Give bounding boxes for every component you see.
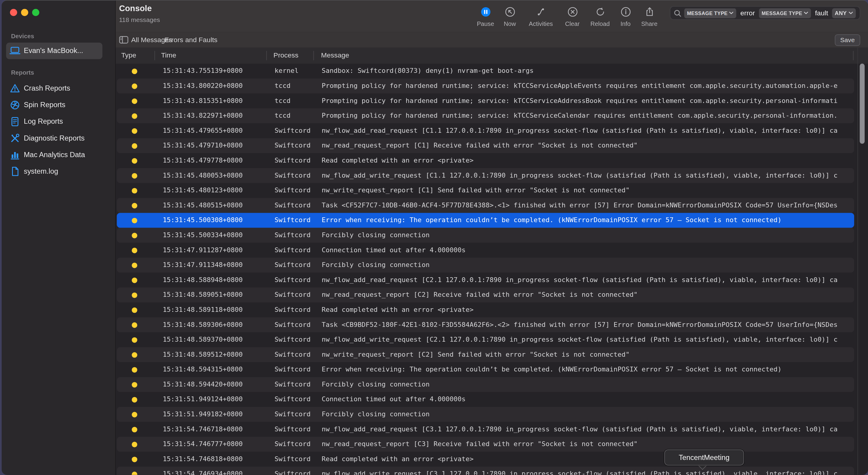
- close-window-button[interactable]: [10, 9, 17, 16]
- column-divider[interactable]: [154, 51, 155, 60]
- column-divider[interactable]: [313, 51, 314, 60]
- share-button[interactable]: Share: [635, 5, 664, 31]
- row-time: 15:31:54.746818+0800: [163, 452, 271, 467]
- row-process: tccd: [275, 93, 311, 108]
- table-row[interactable]: 15:31:45.480053+0800 Swiftcord nw_flow_a…: [117, 168, 855, 183]
- sidebar-item-crash-reports[interactable]: Crash Reports: [6, 80, 102, 97]
- minimize-window-button[interactable]: [21, 9, 28, 16]
- row-process: Swiftcord: [275, 347, 311, 362]
- column-header-type[interactable]: Type: [121, 47, 136, 64]
- sidebar-item-log-reports[interactable]: Log Reports: [6, 113, 102, 130]
- row-time: 15:31:45.500334+0800: [163, 228, 271, 243]
- row-message: Error when receiving: The operation coul…: [321, 362, 852, 377]
- message-type-dot-icon: [132, 471, 137, 475]
- table-row[interactable]: 15:31:54.746934+0800 Swiftcord nw_flow_a…: [117, 467, 855, 475]
- table-row[interactable]: 15:31:45.479655+0800 Swiftcord nw_flow_a…: [117, 124, 855, 138]
- table-row[interactable]: 15:31:51.949182+0800 Swiftcord Forcibly …: [117, 407, 855, 422]
- sidebar-toggle-icon[interactable]: [119, 36, 128, 44]
- table-row[interactable]: 15:31:48.594315+0800 Swiftcord Error whe…: [117, 362, 855, 377]
- table-row[interactable]: 15:31:45.500308+0800 Swiftcord Error whe…: [117, 213, 855, 228]
- filter-errors-and-faults[interactable]: Errors and Faults: [164, 32, 218, 47]
- search-token-error[interactable]: error: [740, 9, 755, 17]
- column-header-time[interactable]: Time: [161, 47, 176, 64]
- row-process: Swiftcord: [275, 452, 311, 467]
- table-row[interactable]: 15:31:45.480515+0800 Swiftcord Task <CF5…: [117, 198, 855, 213]
- row-process: Swiftcord: [275, 168, 311, 183]
- sidebar-item-label: system.log: [24, 163, 58, 180]
- message-type-dot-icon: [132, 158, 137, 163]
- table-row[interactable]: 15:31:48.589512+0800 Swiftcord nw_write_…: [117, 347, 855, 362]
- table-row[interactable]: 15:31:45.500334+0800 Swiftcord Forcibly …: [117, 228, 855, 243]
- table-row[interactable]: 15:31:43.822971+0800 tccd Prompting poli…: [117, 108, 855, 124]
- row-message: nw_flow_add_read_request [C1.1 127.0.0.1…: [321, 124, 852, 138]
- reload-button[interactable]: Reload: [586, 5, 615, 31]
- save-button[interactable]: Save: [835, 34, 860, 46]
- row-time: 15:31:48.589051+0800: [163, 287, 271, 303]
- search-token-any[interactable]: ANY: [832, 8, 855, 18]
- table-row[interactable]: 15:31:45.479710+0800 Swiftcord nw_read_r…: [117, 138, 855, 153]
- table-row[interactable]: 15:31:48.589306+0800 Swiftcord Task <CB9…: [117, 317, 855, 332]
- sidebar-item-mac-analytics-data[interactable]: Mac Analytics Data: [6, 146, 102, 163]
- search-field[interactable]: MESSAGE TYPE error MESSAGE TYPE fault AN…: [670, 6, 860, 20]
- sidebar-item-system-log[interactable]: system.log: [6, 163, 102, 180]
- row-process: Swiftcord: [275, 377, 311, 392]
- row-message: Forcibly closing connection: [321, 258, 852, 273]
- sidebar-item-diagnostic-reports[interactable]: Diagnostic Reports: [6, 130, 102, 146]
- sidebar-item-device[interactable]: Evan's MacBook...: [6, 42, 102, 59]
- column-divider[interactable]: [853, 51, 854, 60]
- search-token-message-type-1[interactable]: MESSAGE TYPE: [684, 8, 736, 18]
- row-message: nw_read_request_report [C1] Receive fail…: [321, 138, 852, 153]
- row-message: nw_read_request_report [C3] Receive fail…: [321, 437, 852, 452]
- row-message: Sandbox: Swiftcord(80373) deny(1) nvram-…: [321, 64, 852, 78]
- row-process: Swiftcord: [275, 362, 311, 377]
- column-divider[interactable]: [266, 51, 267, 60]
- message-type-dot-icon: [132, 217, 137, 223]
- table-row[interactable]: 15:31:43.800220+0800 tccd Prompting poli…: [117, 78, 855, 94]
- titlebar: Console 118 messages Pause Now: [116, 1, 868, 33]
- message-type-dot-icon: [132, 113, 137, 118]
- message-type-dot-icon: [132, 337, 137, 342]
- row-time: 15:31:47.911287+0800: [163, 243, 271, 258]
- row-time: 15:31:43.815351+0800: [163, 93, 271, 108]
- table-row[interactable]: 15:31:54.746718+0800 Swiftcord nw_flow_a…: [117, 422, 855, 437]
- table-row[interactable]: 15:31:48.594420+0800 Swiftcord Forcibly …: [117, 377, 855, 392]
- table-row[interactable]: 15:31:48.588948+0800 Swiftcord nw_flow_a…: [117, 273, 855, 288]
- zoom-window-button[interactable]: [32, 9, 39, 16]
- table-row[interactable]: 15:31:43.815351+0800 tccd Prompting poli…: [117, 93, 855, 108]
- row-process: tccd: [275, 108, 311, 124]
- row-time: 15:31:43.800220+0800: [163, 78, 271, 94]
- clear-button[interactable]: Clear: [558, 5, 587, 31]
- table-row[interactable]: 15:31:48.589370+0800 Swiftcord nw_flow_a…: [117, 332, 855, 347]
- table-row[interactable]: 15:31:45.479778+0800 Swiftcord Read comp…: [117, 153, 855, 168]
- table-row[interactable]: 15:31:47.911348+0800 Swiftcord Forcibly …: [117, 258, 855, 273]
- row-message: nw_write_request_report [C2] Send failed…: [321, 347, 852, 362]
- sidebar-item-spin-reports[interactable]: Spin Reports: [6, 97, 102, 113]
- table-row[interactable]: 15:31:51.949124+0800 Swiftcord Connectio…: [117, 392, 855, 407]
- table-row[interactable]: 15:31:48.589118+0800 Swiftcord Read comp…: [117, 303, 855, 317]
- row-message: Task <CF52F7C7-10DB-46B0-ACF4-5F77D78E43…: [321, 198, 852, 213]
- row-time: 15:31:45.479778+0800: [163, 153, 271, 168]
- bar-chart-icon: [9, 149, 21, 161]
- table-row[interactable]: 15:31:54.746777+0800 Swiftcord nw_read_r…: [117, 437, 855, 452]
- activities-icon: [535, 7, 546, 17]
- now-button[interactable]: Now: [495, 5, 524, 31]
- row-time: 15:31:45.479655+0800: [163, 124, 271, 138]
- row-time: 15:31:48.594420+0800: [163, 377, 271, 392]
- activities-button[interactable]: Activities: [527, 5, 555, 31]
- table-row[interactable]: 15:31:47.911287+0800 Swiftcord Connectio…: [117, 243, 855, 258]
- row-process: Swiftcord: [275, 243, 311, 258]
- row-message: Read completed with an error <private>: [321, 153, 852, 168]
- message-type-dot-icon: [132, 292, 137, 298]
- search-token-message-type-2[interactable]: MESSAGE TYPE: [759, 8, 811, 18]
- search-token-fault[interactable]: fault: [815, 9, 828, 17]
- table-row[interactable]: 15:31:45.480123+0800 Swiftcord nw_write_…: [117, 183, 855, 198]
- table-row[interactable]: 15:31:48.589051+0800 Swiftcord nw_read_r…: [117, 287, 855, 303]
- column-header-process[interactable]: Process: [273, 47, 299, 64]
- row-message: Forcibly closing connection: [321, 407, 852, 422]
- column-header-message[interactable]: Message: [321, 47, 349, 64]
- message-type-dot-icon: [132, 247, 137, 253]
- row-process: Swiftcord: [275, 228, 311, 243]
- scrollbar-thumb[interactable]: [860, 64, 865, 144]
- table-row[interactable]: 15:31:43.755139+0800 kernel Sandbox: Swi…: [117, 64, 855, 78]
- row-time: 15:31:48.589370+0800: [163, 332, 271, 347]
